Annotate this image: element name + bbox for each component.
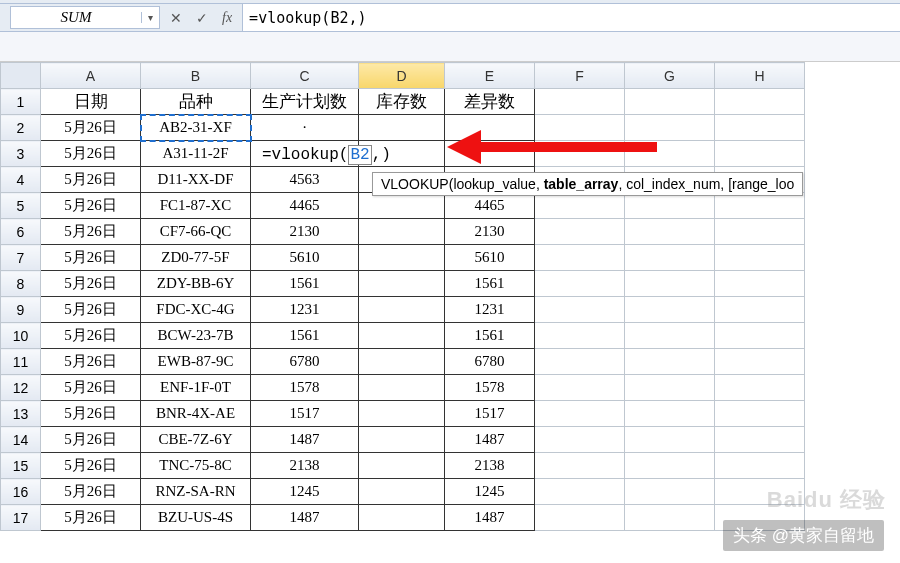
function-tooltip[interactable]: VLOOKUP(lookup_value, table_array, col_i…	[372, 172, 803, 196]
cell-H5[interactable]	[715, 193, 805, 219]
cell-F7[interactable]	[535, 245, 625, 271]
cell-F14[interactable]	[535, 427, 625, 453]
cell-F9[interactable]	[535, 297, 625, 323]
cell-C10[interactable]: 1561	[251, 323, 359, 349]
tooltip-p1[interactable]: lookup_value	[453, 176, 536, 192]
cell-D15[interactable]	[359, 453, 445, 479]
cell-E17[interactable]: 1487	[445, 505, 535, 531]
row-header-14[interactable]: 14	[1, 427, 41, 453]
cell-D8[interactable]	[359, 271, 445, 297]
cell-B14[interactable]: CBE-7Z-6Y	[141, 427, 251, 453]
cell-F5[interactable]	[535, 193, 625, 219]
col-header-H[interactable]: H	[715, 63, 805, 89]
cell-B17[interactable]: BZU-US-4S	[141, 505, 251, 531]
cell-E10[interactable]: 1561	[445, 323, 535, 349]
cell-F17[interactable]	[535, 505, 625, 531]
confirm-icon[interactable]: ✓	[196, 10, 208, 26]
cell-B8[interactable]: ZDY-BB-6Y	[141, 271, 251, 297]
cell-C2[interactable]: ·	[251, 115, 359, 141]
cell-H6[interactable]	[715, 219, 805, 245]
cell-G9[interactable]	[625, 297, 715, 323]
cell-C8[interactable]: 1561	[251, 271, 359, 297]
row-header-4[interactable]: 4	[1, 167, 41, 193]
cell-B4[interactable]: D11-XX-DF	[141, 167, 251, 193]
cell-B16[interactable]: RNZ-SA-RN	[141, 479, 251, 505]
cell-D5[interactable]	[359, 193, 445, 219]
cell-H7[interactable]	[715, 245, 805, 271]
cell-H11[interactable]	[715, 349, 805, 375]
cell-C11[interactable]: 6780	[251, 349, 359, 375]
cell-A10[interactable]: 5月26日	[41, 323, 141, 349]
cell-G8[interactable]	[625, 271, 715, 297]
cell-B7[interactable]: ZD0-77-5F	[141, 245, 251, 271]
cell-G14[interactable]	[625, 427, 715, 453]
row-header-9[interactable]: 9	[1, 297, 41, 323]
cell-A12[interactable]: 5月26日	[41, 375, 141, 401]
cell-G16[interactable]	[625, 479, 715, 505]
cell-G1[interactable]	[625, 89, 715, 115]
fx-icon[interactable]: fx	[222, 10, 232, 26]
cell-A14[interactable]: 5月26日	[41, 427, 141, 453]
cell-A5[interactable]: 5月26日	[41, 193, 141, 219]
row-header-1[interactable]: 1	[1, 89, 41, 115]
cell-C1[interactable]: 生产计划数	[251, 89, 359, 115]
cell-E14[interactable]: 1487	[445, 427, 535, 453]
cell-E8[interactable]: 1561	[445, 271, 535, 297]
col-header-D[interactable]: D	[359, 63, 445, 89]
row-header-11[interactable]: 11	[1, 349, 41, 375]
cell-G12[interactable]	[625, 375, 715, 401]
cell-C12[interactable]: 1578	[251, 375, 359, 401]
cell-A16[interactable]: 5月26日	[41, 479, 141, 505]
col-header-F[interactable]: F	[535, 63, 625, 89]
cell-D10[interactable]	[359, 323, 445, 349]
cell-H2[interactable]	[715, 115, 805, 141]
cell-F12[interactable]	[535, 375, 625, 401]
cell-H12[interactable]	[715, 375, 805, 401]
cell-A3[interactable]: 5月26日	[41, 141, 141, 167]
cell-G7[interactable]	[625, 245, 715, 271]
cell-G17[interactable]	[625, 505, 715, 531]
row-header-10[interactable]: 10	[1, 323, 41, 349]
cell-E7[interactable]: 5610	[445, 245, 535, 271]
cell-C9[interactable]: 1231	[251, 297, 359, 323]
row-header-5[interactable]: 5	[1, 193, 41, 219]
inline-formula-editor[interactable]: =vlookup(B2,)	[260, 145, 393, 165]
cell-A1[interactable]: 日期	[41, 89, 141, 115]
cell-B9[interactable]: FDC-XC-4G	[141, 297, 251, 323]
cell-F2[interactable]	[535, 115, 625, 141]
tooltip-p4[interactable]: [range_loo	[728, 176, 794, 192]
tooltip-p3[interactable]: col_index_num	[626, 176, 720, 192]
cell-E9[interactable]: 1231	[445, 297, 535, 323]
cell-D7[interactable]	[359, 245, 445, 271]
row-header-6[interactable]: 6	[1, 219, 41, 245]
cell-D1[interactable]: 库存数	[359, 89, 445, 115]
row-header-13[interactable]: 13	[1, 401, 41, 427]
cell-B6[interactable]: CF7-66-QC	[141, 219, 251, 245]
cell-A7[interactable]: 5月26日	[41, 245, 141, 271]
cell-G13[interactable]	[625, 401, 715, 427]
cell-A15[interactable]: 5月26日	[41, 453, 141, 479]
cell-B11[interactable]: EWB-87-9C	[141, 349, 251, 375]
cell-E12[interactable]: 1578	[445, 375, 535, 401]
row-header-16[interactable]: 16	[1, 479, 41, 505]
cell-H1[interactable]	[715, 89, 805, 115]
cell-H13[interactable]	[715, 401, 805, 427]
cell-G11[interactable]	[625, 349, 715, 375]
cell-B2[interactable]: AB2-31-XF	[141, 115, 251, 141]
cell-G2[interactable]	[625, 115, 715, 141]
cell-H15[interactable]	[715, 453, 805, 479]
row-header-17[interactable]: 17	[1, 505, 41, 531]
cell-C5[interactable]: 4465	[251, 193, 359, 219]
cancel-icon[interactable]: ✕	[170, 10, 182, 26]
cell-C14[interactable]: 1487	[251, 427, 359, 453]
cell-F10[interactable]	[535, 323, 625, 349]
cell-D13[interactable]	[359, 401, 445, 427]
cell-B3[interactable]: A31-11-2F	[141, 141, 251, 167]
cell-C15[interactable]: 2138	[251, 453, 359, 479]
cell-F16[interactable]	[535, 479, 625, 505]
tooltip-p2[interactable]: table_array	[544, 176, 619, 192]
cell-G10[interactable]	[625, 323, 715, 349]
cell-A9[interactable]: 5月26日	[41, 297, 141, 323]
col-header-B[interactable]: B	[141, 63, 251, 89]
cell-A4[interactable]: 5月26日	[41, 167, 141, 193]
